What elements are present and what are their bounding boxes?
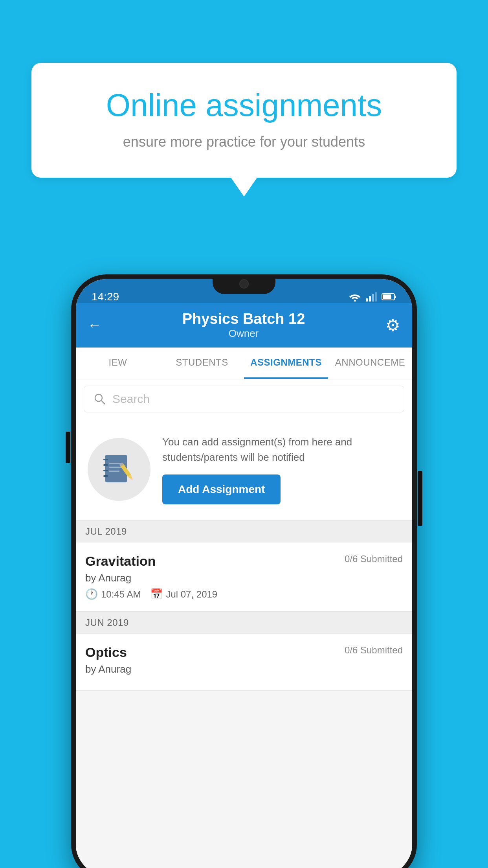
signal-icon bbox=[366, 292, 377, 302]
calendar-icon: 📅 bbox=[150, 588, 163, 600]
search-placeholder: Search bbox=[112, 392, 150, 406]
assignment-title: Optics bbox=[85, 645, 127, 660]
svg-rect-13 bbox=[103, 470, 108, 471]
svg-rect-7 bbox=[395, 296, 396, 298]
tab-students[interactable]: STUDENTS bbox=[160, 348, 244, 379]
empty-icon-circle bbox=[88, 438, 150, 501]
empty-description: You can add assignment(s) from here and … bbox=[162, 434, 400, 465]
tab-assignments[interactable]: ASSIGNMENTS bbox=[244, 348, 328, 379]
assignment-title: Gravitation bbox=[85, 554, 156, 569]
assignment-submitted: 0/6 Submitted bbox=[345, 554, 403, 565]
header-center: Physics Batch 12 Owner bbox=[182, 311, 305, 340]
status-time: 14:29 bbox=[92, 291, 119, 303]
empty-state: You can add assignment(s) from here and … bbox=[76, 419, 412, 520]
header-title: Physics Batch 12 bbox=[182, 311, 305, 327]
svg-rect-17 bbox=[109, 471, 119, 472]
svg-line-9 bbox=[101, 401, 105, 405]
tab-announcements[interactable]: ANNOUNCEME bbox=[328, 348, 412, 379]
bubble-title: Online assignments bbox=[63, 86, 425, 124]
notebook-icon bbox=[101, 452, 137, 487]
back-button[interactable]: ← bbox=[88, 317, 102, 333]
meta-time: 🕐 10:45 AM bbox=[85, 588, 141, 600]
svg-rect-2 bbox=[369, 296, 371, 302]
svg-rect-15 bbox=[109, 463, 123, 464]
wifi-icon bbox=[349, 292, 361, 302]
battery-icon bbox=[382, 293, 396, 301]
search-bar[interactable]: Search bbox=[84, 386, 404, 412]
assignment-by: by Anurag bbox=[85, 663, 403, 675]
header-subtitle: Owner bbox=[182, 327, 305, 340]
section-jul-2019: JUL 2019 bbox=[76, 520, 412, 542]
svg-rect-16 bbox=[109, 467, 123, 468]
assignment-by: by Anurag bbox=[85, 572, 403, 584]
svg-rect-6 bbox=[383, 294, 391, 299]
phone-screen: 14:29 bbox=[76, 279, 412, 868]
svg-rect-12 bbox=[103, 464, 108, 466]
content-area: Search bbox=[76, 379, 412, 868]
search-container: Search bbox=[76, 379, 412, 419]
tab-iew[interactable]: IEW bbox=[76, 348, 160, 379]
assignment-meta: 🕐 10:45 AM 📅 Jul 07, 2019 bbox=[85, 588, 403, 600]
table-row[interactable]: Gravitation 0/6 Submitted by Anurag 🕐 10… bbox=[76, 542, 412, 612]
assignment-submitted: 0/6 Submitted bbox=[345, 645, 403, 656]
bubble-subtitle: ensure more practice for your students bbox=[63, 134, 425, 150]
speech-bubble-container: Online assignments ensure more practice … bbox=[31, 63, 457, 178]
assignment-top: Gravitation 0/6 Submitted bbox=[85, 554, 403, 569]
section-jun-2019: JUN 2019 bbox=[76, 612, 412, 634]
assignment-top: Optics 0/6 Submitted bbox=[85, 645, 403, 660]
gear-icon[interactable]: ⚙ bbox=[385, 316, 400, 335]
speech-bubble: Online assignments ensure more practice … bbox=[31, 63, 457, 178]
camera bbox=[239, 279, 249, 289]
meta-date: 📅 Jul 07, 2019 bbox=[150, 588, 217, 600]
tabs-container: IEW STUDENTS ASSIGNMENTS ANNOUNCEME bbox=[76, 348, 412, 379]
svg-rect-4 bbox=[375, 292, 377, 302]
empty-right: You can add assignment(s) from here and … bbox=[162, 434, 400, 504]
search-icon bbox=[94, 393, 106, 405]
svg-point-0 bbox=[354, 300, 356, 302]
add-assignment-button[interactable]: Add Assignment bbox=[162, 474, 281, 504]
clock-icon: 🕐 bbox=[85, 588, 98, 600]
phone-notch bbox=[213, 274, 275, 294]
svg-rect-1 bbox=[366, 298, 368, 302]
svg-rect-3 bbox=[372, 294, 374, 302]
status-icons bbox=[349, 292, 396, 302]
table-row[interactable]: Optics 0/6 Submitted by Anurag bbox=[76, 634, 412, 691]
phone-frame: 14:29 bbox=[71, 274, 417, 868]
app-header: ← Physics Batch 12 Owner ⚙ bbox=[76, 303, 412, 348]
svg-rect-14 bbox=[103, 475, 108, 477]
svg-rect-11 bbox=[103, 459, 108, 460]
